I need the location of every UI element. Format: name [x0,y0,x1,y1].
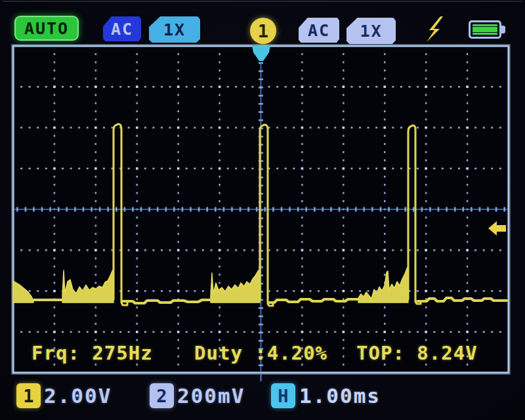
oscilloscope-screen: AUTO AC 1X 1 AC 1X Frq: 275Hz Duty :4.20… [0,0,525,420]
frequency-readout: Frq: 275Hz [32,342,153,364]
ch1-coupling-badge[interactable]: AC [103,16,141,41]
ch2-badge[interactable]: 2 [150,383,174,408]
duty-cycle-readout: Duty :4.20% [194,342,327,364]
battery-bar [472,30,497,32]
trigger-source-channel-badge[interactable]: 1 [250,18,276,44]
time-per-div[interactable]: 1.00ms [299,384,381,408]
timebase-badge[interactable]: H [271,383,295,408]
battery-bar [472,27,497,30]
battery-bar [472,33,497,35]
battery-icon [469,20,501,39]
battery-nub [501,26,505,33]
trigger-slope-icon[interactable] [423,16,445,43]
ch2-volts-per-div[interactable]: 200mV [177,384,245,408]
ch1-volts-per-div[interactable]: 2.00V [44,384,112,408]
ch1-probe-badge[interactable]: 1X [149,16,200,43]
ch2-probe-badge[interactable]: 1X [346,18,396,44]
ch1-badge[interactable]: 1 [16,383,41,408]
ch2-coupling-badge[interactable]: AC [299,18,339,43]
trigger-mode-badge[interactable]: AUTO [14,16,79,41]
top-voltage-readout: TOP: 8.24V [356,342,478,364]
battery-bar [472,24,497,27]
